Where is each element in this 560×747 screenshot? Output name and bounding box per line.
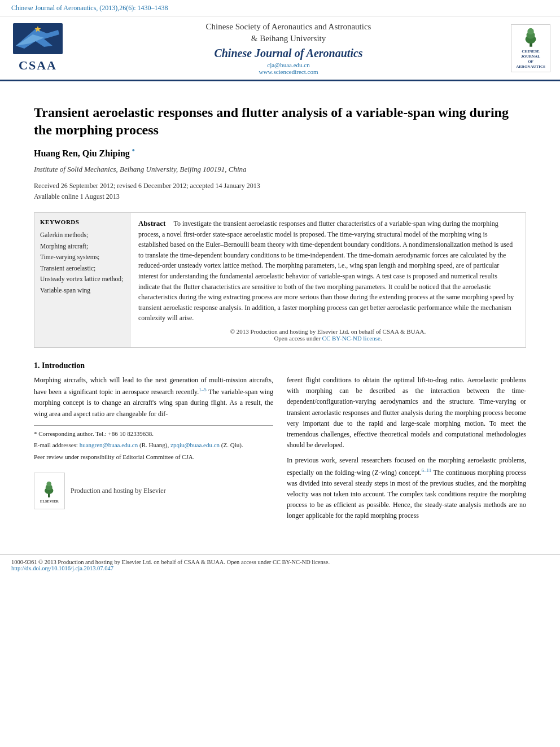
intro-left-column: Morphing aircrafts, which will lead to t…	[34, 375, 273, 526]
main-content: Transient aeroelastic responses and flut…	[0, 81, 560, 548]
journal-links: cja@buaa.edu.cn www.sciencedirect.com	[75, 62, 502, 75]
abstract-section: KEYWORDS Galerkin methods; Morphing airc…	[34, 212, 526, 348]
website-link[interactable]: www.sciencedirect.com	[259, 68, 318, 75]
elsevier-small-logo: ELSEVIER	[34, 473, 65, 509]
logo-line2: JOURNAL	[521, 54, 540, 59]
citation-link[interactable]: Chinese Journal of Aeronautics, (2013),2…	[11, 4, 168, 12]
footnotes: * Corresponding author. Tel.: +86 10 823…	[34, 425, 273, 462]
keyword-item: Unsteady vortex lattice method;	[40, 274, 124, 285]
author-names: Huang Ren, Qiu Zhiping	[34, 149, 130, 159]
citation-bar: Chinese Journal of Aeronautics, (2013),2…	[0, 0, 560, 16]
elsevier-footer-label: Production and hosting by Elsevier	[71, 487, 166, 495]
journal-header: CSAA Chinese Society of Aeronautics and …	[0, 16, 560, 81]
email-link[interactable]: cja@buaa.edu.cn	[267, 62, 309, 68]
abstract-footer: © 2013 Production and hosting by Elsevie…	[138, 328, 518, 342]
journal-title: Chinese Journal of Aeronautics	[75, 47, 502, 60]
keyword-item: Transient aeroelastic;	[40, 263, 124, 274]
abstract-copyright: © 2013 Production and hosting by Elsevie…	[138, 328, 518, 335]
society-name: Chinese Society of Aeronautics and Astro…	[75, 21, 502, 45]
svg-point-11	[46, 481, 51, 486]
keyword-item: Variable-span wing	[40, 285, 124, 296]
ref-superscript-1-5: 1–5	[199, 387, 207, 392]
article-title: Transient aeroelastic responses and flut…	[34, 104, 526, 139]
intro-columns: Morphing aircrafts, which will lead to t…	[34, 375, 526, 526]
journal-center-info: Chinese Society of Aeronautics and Astro…	[75, 21, 502, 75]
keywords-box: KEYWORDS Galerkin methods; Morphing airc…	[34, 213, 130, 347]
journal-logo-box: CHINESE JOURNAL OF AERONAUTICS	[508, 24, 553, 72]
csaa-wing-emblem	[13, 23, 63, 57]
footnote-email: E-mail addresses: huangren@buaa.edu.cn (…	[34, 440, 273, 451]
abstract-label: Abstract	[138, 219, 165, 228]
keyword-item: Galerkin methods;	[40, 230, 124, 241]
email-huang[interactable]: huangren@buaa.edu.cn	[80, 442, 138, 448]
footnote-star: * Corresponding author. Tel.: +86 10 823…	[34, 429, 273, 439]
abstract-text: To investigate the transient aeroelastic…	[138, 220, 514, 322]
intro-right-column: ferent flight conditions to obtain the o…	[287, 375, 526, 526]
affiliation: Institute of Solid Mechanics, Beihang Un…	[34, 165, 526, 174]
elsevier-logo: CHINESE JOURNAL OF AERONAUTICS	[511, 24, 550, 72]
dates: Received 26 September 2012; revised 6 De…	[34, 181, 526, 202]
bottom-issn: 1000-9361 © 2013 Production and hosting …	[11, 559, 330, 565]
intro-left-para1: Morphing aircrafts, which will lead to t…	[34, 375, 273, 420]
keywords-label: KEYWORDS	[40, 219, 124, 225]
elsevier-tree-icon	[521, 27, 541, 48]
svg-point-7	[527, 28, 533, 34]
csaa-acronym: CSAA	[19, 58, 57, 73]
email-qiu[interactable]: zpqiu@buaa.edu.cn	[170, 442, 220, 448]
dates-line2: Available online 1 August 2013	[34, 191, 526, 202]
abstract-license: Open access under CC BY-NC-ND license.	[138, 335, 518, 342]
footnote-peer: Peer review under responsibility of Edit…	[34, 452, 273, 462]
intro-right-para1: ferent flight conditions to obtain the o…	[287, 375, 526, 451]
abstract-box: Abstract To investigate the transient ae…	[130, 213, 526, 347]
csaa-logo: CSAA	[7, 23, 69, 73]
keyword-item: Time-varying systems;	[40, 252, 124, 263]
doi-link[interactable]: http://dx.doi.org/10.1016/j.cja.2013.07.…	[11, 565, 113, 571]
elsevier-tree-small-icon	[41, 479, 58, 499]
keyword-item: Morphing aircraft;	[40, 241, 124, 252]
ref-superscript-6-11: 6–11	[422, 468, 432, 473]
bottom-bar: 1000-9361 © 2013 Production and hosting …	[0, 554, 560, 576]
logo-line1: CHINESE	[522, 49, 540, 54]
cc-license-link[interactable]: CC BY-NC-ND license	[322, 335, 380, 342]
section-1-heading: 1. Introduction	[34, 361, 526, 370]
logo-line3: OF	[528, 59, 533, 64]
authors-line: Huang Ren, Qiu Zhiping *	[34, 148, 526, 159]
logo-line4: AERONAUTICS	[516, 64, 545, 69]
elsevier-footer: ELSEVIER Production and hosting by Elsev…	[34, 468, 273, 514]
corresponding-marker: *	[132, 148, 135, 154]
dates-line1: Received 26 September 2012; revised 6 De…	[34, 181, 526, 191]
intro-right-para2: In previous work, several researchers fo…	[287, 455, 526, 521]
keywords-list: Galerkin methods; Morphing aircraft; Tim…	[40, 230, 124, 296]
